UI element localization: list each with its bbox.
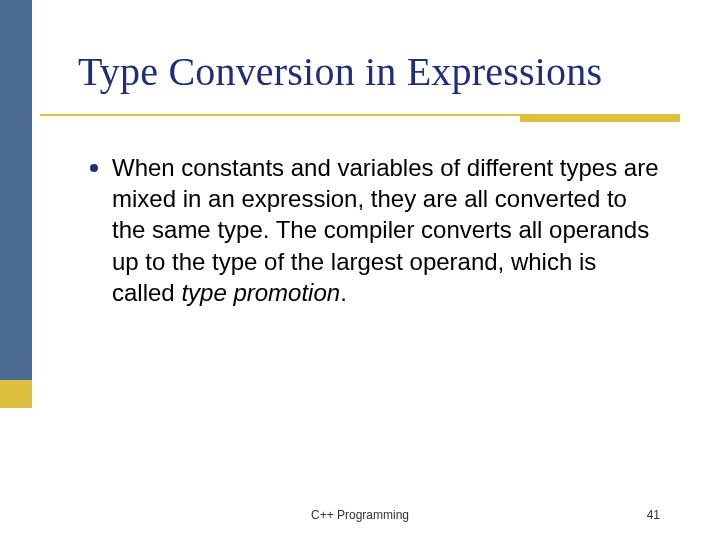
bullet-text: When constants and variables of differen… bbox=[112, 152, 660, 308]
left-sidebar-accent bbox=[0, 380, 32, 408]
footer-center: C++ Programming bbox=[0, 508, 720, 522]
left-sidebar-bar bbox=[0, 0, 32, 380]
title-underline-thick bbox=[520, 114, 680, 122]
bullet-text-after: . bbox=[340, 279, 347, 306]
slide-title: Type Conversion in Expressions bbox=[78, 48, 602, 95]
bullet-item: When constants and variables of differen… bbox=[90, 152, 660, 308]
footer-page-number: 41 bbox=[647, 508, 660, 522]
bullet-text-emphasis: type promotion bbox=[181, 279, 340, 306]
bullet-icon bbox=[90, 164, 98, 172]
slide-body: When constants and variables of differen… bbox=[90, 152, 660, 308]
slide: Type Conversion in Expressions When cons… bbox=[0, 0, 720, 540]
